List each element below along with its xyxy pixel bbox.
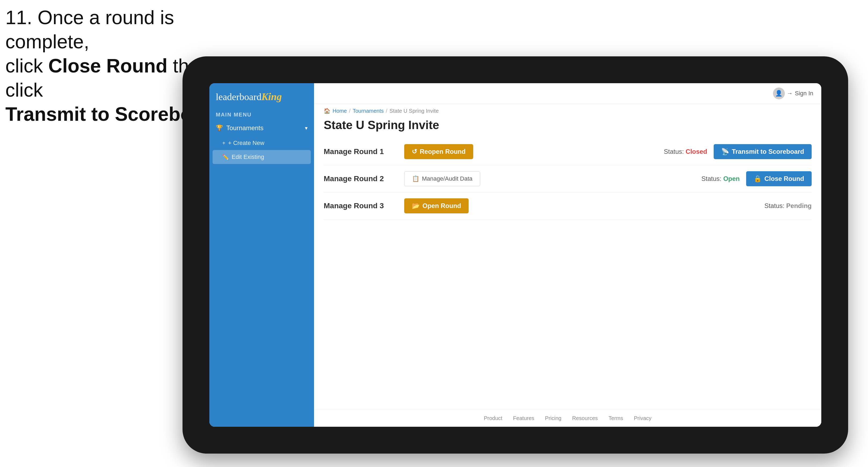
reopen-icon: ↺: [412, 148, 417, 155]
round-2-status: Status: Open: [701, 175, 740, 183]
round-3-status-value: Pending: [786, 202, 812, 209]
round-1-section: Manage Round 1 ↺ Reopen Round Status: Cl…: [324, 138, 812, 165]
footer-pricing[interactable]: Pricing: [545, 415, 561, 422]
round-1-left: Manage Round 1 ↺ Reopen Round: [324, 144, 473, 159]
close-round-button[interactable]: 🔒 Close Round: [746, 171, 812, 186]
sign-in-text: Sign In: [795, 90, 813, 97]
breadcrumb: 🏠 Home / Tournaments / State U Spring In…: [314, 104, 821, 116]
top-bar: 👤 → Sign In: [314, 83, 821, 104]
sidebar-tournaments-label: Tournaments: [226, 124, 264, 132]
sign-in-button[interactable]: 👤 → Sign In: [773, 88, 813, 99]
page-title: State U Spring Invite: [314, 116, 821, 138]
transmit-scoreboard-label: Transmit to Scoreboard: [732, 148, 804, 155]
sidebar-item-tournaments[interactable]: 🏆 Tournaments ▾: [209, 120, 314, 136]
main-menu-label: MAIN MENU: [209, 108, 314, 120]
trophy-icon: 🏆: [216, 125, 223, 131]
breadcrumb-sep2: /: [386, 108, 388, 114]
user-avatar: 👤: [773, 88, 785, 99]
footer: Product Features Pricing Resources Terms…: [314, 410, 821, 427]
breadcrumb-tournaments-link[interactable]: Tournaments: [353, 108, 384, 114]
transmit-scoreboard-button[interactable]: 📡 Transmit to Scoreboard: [714, 144, 812, 159]
footer-terms[interactable]: Terms: [609, 415, 623, 422]
app-layout: leaderboardKing MAIN MENU 🏆 Tournaments …: [209, 83, 821, 427]
logo: leaderboardKing: [216, 91, 308, 102]
round-2-status-value: Open: [723, 175, 740, 182]
round-3-section: Manage Round 3 📂 Open Round Status: Pend…: [324, 192, 812, 220]
chevron-down-icon: ▾: [305, 125, 308, 131]
round-2-status-label: Status:: [701, 175, 721, 182]
reopen-round-label: Reopen Round: [420, 148, 466, 155]
sign-in-label: →: [787, 90, 793, 97]
edit-existing-label: Edit Existing: [231, 154, 264, 160]
close-round-label: Close Round: [765, 175, 804, 183]
breadcrumb-home-icon: 🏠: [324, 107, 331, 114]
breadcrumb-sep1: /: [349, 108, 350, 114]
round-3-status-label: Status:: [765, 202, 784, 209]
tablet-screen: leaderboardKing MAIN MENU 🏆 Tournaments …: [209, 83, 821, 427]
round-3-status: Status: Pending: [765, 202, 812, 210]
round-1-status-value: Closed: [686, 148, 707, 155]
instruction-line2-bold: Close Round: [48, 55, 167, 76]
footer-features[interactable]: Features: [513, 415, 534, 422]
manage-audit-button[interactable]: 📋 Manage/Audit Data: [404, 171, 480, 186]
round-2-right: Status: Open 🔒 Close Round: [701, 171, 812, 186]
open-icon: 📂: [412, 202, 420, 210]
create-new-label: + Create New: [228, 139, 265, 147]
round-3-left: Manage Round 3 📂 Open Round: [324, 198, 469, 213]
lock-icon: 🔒: [754, 175, 762, 183]
sidebar-logo: leaderboardKing: [209, 83, 314, 108]
round-1-status: Status: Closed: [664, 148, 707, 155]
logo-leaderboard-text: leaderboard: [216, 92, 261, 102]
breadcrumb-current: State U Spring Invite: [390, 108, 439, 114]
round-3-title: Manage Round 3: [324, 201, 399, 210]
round-1-status-label: Status:: [664, 148, 684, 155]
audit-icon: 📋: [412, 175, 419, 182]
round-2-left: Manage Round 2 📋 Manage/Audit Data: [324, 171, 480, 186]
sidebar-item-create-new[interactable]: + + Create New: [209, 136, 314, 150]
transmit-icon: 📡: [721, 148, 729, 155]
content-area: Manage Round 1 ↺ Reopen Round Status: Cl…: [314, 138, 821, 410]
sidebar: leaderboardKing MAIN MENU 🏆 Tournaments …: [209, 83, 314, 427]
edit-icon: ✏️: [222, 154, 229, 160]
round-2-section: Manage Round 2 📋 Manage/Audit Data Statu…: [324, 165, 812, 192]
manage-audit-label: Manage/Audit Data: [422, 175, 472, 182]
open-round-label: Open Round: [423, 202, 461, 210]
open-round-button[interactable]: 📂 Open Round: [404, 198, 469, 213]
breadcrumb-home-link[interactable]: Home: [333, 108, 347, 114]
footer-privacy[interactable]: Privacy: [634, 415, 652, 422]
logo-king-text: King: [261, 91, 282, 102]
round-3-right: Status: Pending: [765, 202, 812, 210]
round-2-title: Manage Round 2: [324, 175, 399, 183]
tablet-device: leaderboardKing MAIN MENU 🏆 Tournaments …: [183, 56, 848, 454]
round-1-right: Status: Closed 📡 Transmit to Scoreboard: [664, 144, 812, 159]
round-1-title: Manage Round 1: [324, 147, 399, 156]
plus-icon: +: [222, 140, 225, 146]
footer-resources[interactable]: Resources: [572, 415, 598, 422]
instruction-line1: 11. Once a round is complete,: [5, 7, 174, 52]
sidebar-item-edit-existing[interactable]: ✏️ Edit Existing: [213, 150, 311, 164]
main-content: 👤 → Sign In 🏠 Home / Tournaments / State…: [314, 83, 821, 427]
reopen-round-button[interactable]: ↺ Reopen Round: [404, 144, 473, 159]
footer-product[interactable]: Product: [484, 415, 502, 422]
instruction-line2-plain: click: [5, 55, 48, 76]
